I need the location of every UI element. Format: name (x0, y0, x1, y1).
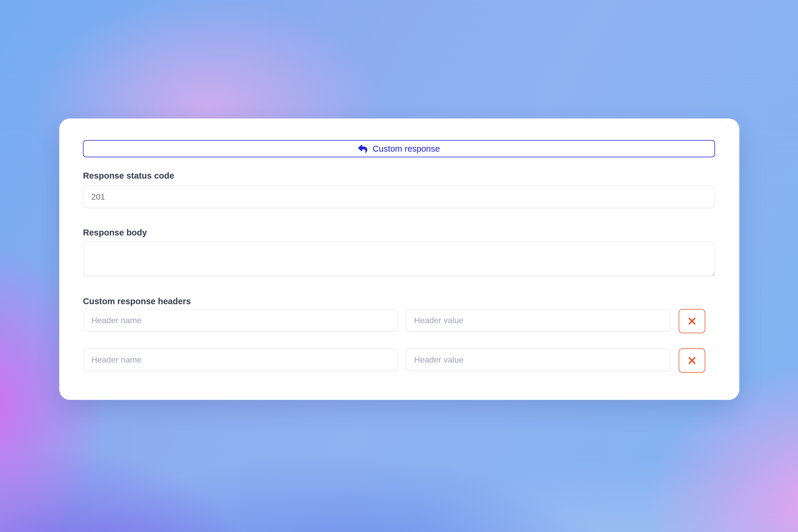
response-body-textarea[interactable] (83, 242, 715, 277)
custom-headers-label: Custom response headers (83, 296, 715, 306)
x-icon (687, 316, 697, 326)
header-value-input[interactable] (406, 309, 670, 332)
custom-response-button[interactable]: Custom response (83, 140, 715, 157)
custom-response-button-label: Custom response (373, 144, 440, 154)
reply-icon (358, 145, 367, 153)
custom-response-panel: Custom response Response status code Res… (59, 118, 739, 400)
x-icon (687, 356, 697, 365)
remove-header-button[interactable] (679, 309, 705, 333)
header-row (83, 309, 715, 333)
header-name-input[interactable] (83, 348, 398, 371)
header-value-input[interactable] (406, 348, 670, 371)
gradient-backdrop: { "panel": { "custom_response_button": {… (0, 0, 798, 532)
status-code-label: Response status code (83, 171, 715, 181)
response-body-label: Response body (83, 228, 715, 238)
header-name-input[interactable] (83, 309, 398, 332)
header-row (83, 348, 715, 373)
remove-header-button[interactable] (679, 348, 705, 373)
status-code-input[interactable] (83, 186, 715, 208)
